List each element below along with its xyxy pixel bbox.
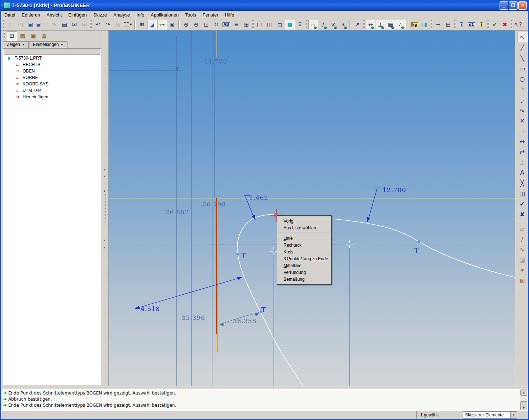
- splitter-chevron-icon[interactable]: ›: [104, 220, 106, 224]
- csys-display-icon[interactable]: ✶: [338, 20, 348, 29]
- menu-analyse[interactable]: Analyse: [110, 11, 133, 18]
- tree-item-t-5730-1-prt[interactable]: ◧T-5730-1.PRT: [3, 55, 101, 61]
- context-item-linie[interactable]: Linie: [278, 235, 331, 242]
- datum-point-tool[interactable]: ⊠: [517, 275, 528, 286]
- done-window-icon[interactable]: ✔: [490, 20, 500, 29]
- context-item-aus-liste-w-hlen[interactable]: Aus Liste wählen: [278, 225, 331, 232]
- open-icon[interactable]: ◳: [15, 20, 25, 29]
- menu-editieren[interactable]: Editieren: [18, 11, 43, 18]
- tree-item-rechts[interactable]: ▱RECHTS: [3, 61, 101, 68]
- zoom-in-icon[interactable]: ⊕: [181, 20, 191, 29]
- filter-dropdown[interactable]: Skizzierer-Elemente ▼: [463, 411, 517, 419]
- constraint-tool[interactable]: ⊥: [517, 157, 528, 167]
- mass-props-icon[interactable]: kg: [410, 20, 420, 29]
- menu-fenster[interactable]: Fenster: [199, 11, 221, 18]
- menu-skizze[interactable]: Skizze: [90, 11, 110, 18]
- folder-browser-tab[interactable]: ▩: [18, 31, 28, 41]
- tangent-line-tool[interactable]: ╲›: [517, 53, 528, 63]
- title-bar[interactable]: T-5730-1 (Aktiv) - Pro/ENGINEER _❐✕: [0, 0, 529, 11]
- selection-filter-icon[interactable]: ≋: [137, 20, 147, 29]
- fillet-tool[interactable]: ◞›: [517, 94, 528, 105]
- save-as-icon[interactable]: ▣⁺: [36, 20, 45, 29]
- datum-curve-tool[interactable]: ∿: [517, 244, 528, 255]
- rectangle-tool[interactable]: ▭: [517, 63, 528, 74]
- shaded-icon[interactable]: ■: [285, 20, 295, 29]
- datum-plane-tool[interactable]: ▱: [517, 223, 528, 234]
- splitter-chevron-icon[interactable]: ‹: [104, 238, 106, 242]
- datum-plane-display-icon[interactable]: ▱: [308, 20, 318, 29]
- point-display-icon[interactable]: ×: [328, 20, 338, 29]
- model-tree-tab[interactable]: ⊞: [7, 31, 17, 41]
- menu-datei[interactable]: Datei: [1, 11, 18, 18]
- selection-box-icon[interactable]: ▼: [123, 20, 133, 29]
- dim-lower-left[interactable]: 35.396: [182, 314, 205, 321]
- dimension-info-icon[interactable]: d1: [467, 20, 476, 29]
- rename-icon[interactable]: AB: [221, 20, 231, 29]
- save-icon[interactable]: ▣: [25, 20, 35, 29]
- spline-tool[interactable]: ∿: [517, 105, 528, 115]
- shade-closed-icon[interactable]: ◨: [420, 20, 430, 29]
- text-tool[interactable]: A: [517, 167, 528, 178]
- circle-tool[interactable]: ○›: [517, 74, 528, 84]
- context-item-bema-ung[interactable]: Bemaßung: [278, 276, 331, 283]
- dim-sel-lower[interactable]: 4.518: [141, 305, 160, 312]
- context-help-icon[interactable]: ↖?: [513, 20, 523, 29]
- menu-hilfe[interactable]: Hilfe: [221, 11, 237, 18]
- model-tree-toggle-icon[interactable]: ⠿: [295, 20, 305, 29]
- line-tool[interactable]: ╱: [517, 42, 528, 53]
- vertex-display-icon[interactable]: ∴: [396, 20, 406, 29]
- maximize-button[interactable]: ❐: [509, 1, 518, 10]
- menu-einfügen[interactable]: Einfügen: [65, 11, 90, 18]
- tree-item-hier-einf-gen[interactable]: ➔Hier einfügen: [3, 94, 101, 100]
- context-item-kreis[interactable]: Kreis: [278, 249, 331, 256]
- grid-display-icon[interactable]: ▦: [386, 20, 395, 29]
- datum-csys-tool[interactable]: ✶: [517, 265, 528, 275]
- splitter-handle[interactable]: [106, 194, 106, 219]
- splitter-chevron-icon[interactable]: ‹: [104, 167, 106, 172]
- datum-axis-tool[interactable]: ∕: [517, 234, 528, 244]
- redo-icon[interactable]: ↷: [103, 20, 113, 29]
- constraint-t2[interactable]: T: [261, 306, 266, 314]
- panel-splitter[interactable]: ‹‹››‹‹: [103, 31, 109, 386]
- dim-sel-right[interactable]: 12.700: [383, 186, 406, 193]
- menu-info[interactable]: Info: [133, 11, 148, 18]
- einstellungen-button[interactable]: Einstellungen ▼: [29, 41, 67, 48]
- no-hidden-icon[interactable]: ◻: [275, 20, 285, 29]
- zeigen-button[interactable]: Zeigen ▼: [3, 41, 29, 48]
- print-icon[interactable]: ▤: [60, 20, 69, 29]
- zoom-out-icon[interactable]: ⊖: [191, 20, 201, 29]
- menu-ansicht[interactable]: Ansicht: [43, 11, 65, 18]
- measure-icon[interactable]: ⊣: [433, 20, 443, 29]
- relations-display-icon[interactable]: ⊶: [157, 20, 167, 29]
- splitter-chevron-icon[interactable]: ‹: [104, 174, 106, 178]
- datum-axis-display-icon[interactable]: ∕: [318, 20, 328, 29]
- favorites-tab[interactable]: ▣: [28, 31, 38, 41]
- mail-send-icon[interactable]: ✉: [70, 20, 79, 29]
- menu-tools[interactable]: Tools: [182, 11, 199, 18]
- scroll-up-icon[interactable]: ▲: [520, 389, 527, 396]
- context-item-rechteck[interactable]: Rechteck: [278, 242, 331, 249]
- constraint-display-icon[interactable]: ⊥: [376, 20, 385, 29]
- context-item-3-punkte-tang-zu-ende[interactable]: 3 Punkte/Tang zu Ende: [278, 256, 331, 262]
- analysis-icon[interactable]: ⊟: [443, 20, 453, 29]
- context-item-mittellinie[interactable]: Mittellinie: [278, 262, 331, 269]
- reorient-icon[interactable]: ↻: [211, 20, 221, 29]
- dim-sel-small[interactable]: 1.462: [249, 194, 268, 201]
- modify-tool[interactable]: ⇄: [517, 146, 528, 157]
- dim-arc[interactable]: 36.258: [233, 317, 256, 325]
- dim-display-icon[interactable]: ↔: [366, 20, 375, 29]
- hidden-line-icon[interactable]: ◫: [265, 20, 275, 29]
- splitter-chevron-icon[interactable]: ‹: [104, 245, 106, 249]
- undo-icon[interactable]: ↶: [93, 20, 103, 29]
- sketch-cancel-button[interactable]: ✘: [517, 209, 528, 219]
- arc-tool[interactable]: ◝›: [517, 84, 528, 94]
- context-item-verrundung[interactable]: Verrundung: [278, 269, 331, 276]
- chevron-down-icon[interactable]: ▼: [510, 412, 517, 418]
- dim-left-upper[interactable]: 26.882: [165, 209, 189, 216]
- constraint-t3[interactable]: T: [414, 247, 418, 255]
- sketch-done-button[interactable]: ✔: [517, 199, 528, 209]
- close-button[interactable]: ✕: [518, 1, 527, 10]
- menu-applikationen[interactable]: Applikationen: [148, 11, 182, 18]
- splitter-chevron-icon[interactable]: ›: [104, 188, 106, 193]
- tree-item-vorne[interactable]: ▱VORNE: [3, 74, 101, 81]
